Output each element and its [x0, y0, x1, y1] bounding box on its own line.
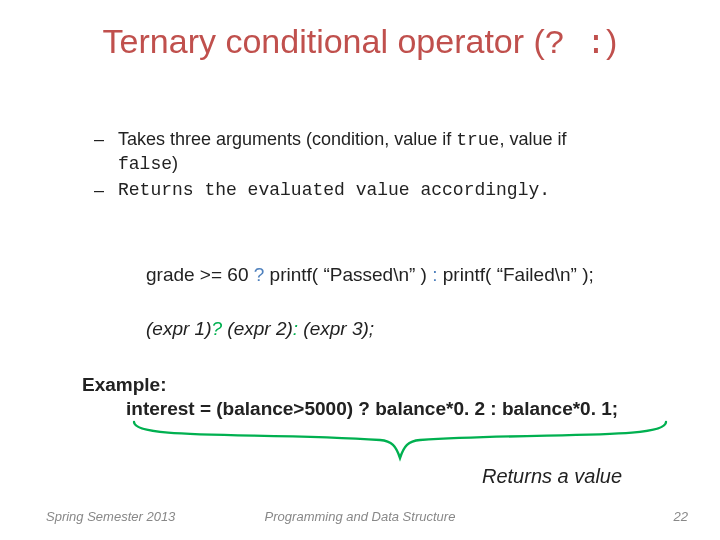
code1-a: grade >= 60 — [146, 264, 254, 285]
code2-b: (expr 2) — [222, 318, 293, 339]
code2-a: (expr 1) — [146, 318, 211, 339]
footer-page-number: 22 — [674, 509, 688, 524]
code1-question: ? — [254, 264, 265, 285]
code-example-1: grade >= 60 ? printf( “Passed\n” ) : pri… — [146, 264, 706, 286]
bullet-1: – Takes three arguments (condition, valu… — [94, 128, 674, 175]
bullet-1-code-false: false — [118, 154, 172, 174]
code2-d: (expr 3); — [298, 318, 374, 339]
bullet-1-part-b: , value if — [499, 129, 566, 149]
bullet-2-text: Returns the evaluated value accordingly. — [118, 179, 550, 202]
code2-question: ? — [211, 318, 222, 339]
bullet-list: – Takes three arguments (condition, valu… — [94, 128, 674, 206]
bullet-2: – Returns the evaluated value accordingl… — [94, 179, 674, 202]
slide-title: Ternary conditional operator (? :) — [0, 22, 720, 63]
bullet-dash: – — [94, 128, 108, 175]
code1-b: printf( “Passed\n” ) — [264, 264, 432, 285]
bullet-dash: – — [94, 179, 108, 202]
footer-center: Programming and Data Structure — [0, 509, 720, 524]
bullet-1-text: Takes three arguments (condition, value … — [118, 128, 566, 175]
title-operator: ? : — [545, 25, 606, 63]
bullet-1-part-c: ) — [172, 153, 178, 173]
example-code: interest = (balance>5000) ? balance*0. 2… — [126, 398, 618, 420]
curly-brace-icon — [130, 418, 670, 466]
slide: Ternary conditional operator (? :) – Tak… — [0, 0, 720, 540]
title-text: Ternary conditional operator ( — [103, 22, 545, 60]
example-label: Example: — [82, 374, 166, 396]
code1-d: printf( “Failed\n” ); — [438, 264, 594, 285]
code-example-2: (expr 1)? (expr 2): (expr 3); — [146, 318, 706, 340]
bullet-1-code-true: true — [456, 130, 499, 150]
title-close: ) — [606, 22, 617, 60]
bullet-1-part-a: Takes three arguments (condition, value … — [118, 129, 456, 149]
returns-label: Returns a value — [482, 465, 622, 488]
